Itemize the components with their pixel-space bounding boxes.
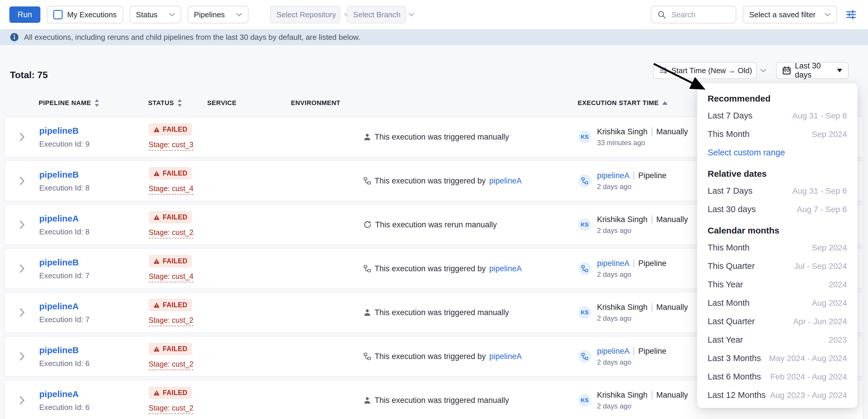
search-box[interactable] [651, 6, 736, 23]
failed-stage-link[interactable]: Stage: cust_4 [149, 184, 193, 195]
search-input[interactable] [670, 10, 730, 20]
failed-stage-link[interactable]: Stage: cust_4 [149, 272, 193, 282]
warning-triangle-icon [153, 258, 160, 264]
date-menu-item-range: Aug 31 - Sep 6 [792, 186, 847, 196]
date-menu-item[interactable]: Last Year 2023 [697, 331, 858, 349]
pipeline-name-link[interactable]: pipelineB [39, 170, 79, 180]
starter-name: Krishika Singh [597, 391, 648, 400]
warning-triangle-icon [153, 390, 160, 396]
trigger-pipeline-link[interactable]: pipelineA [489, 176, 522, 186]
status-badge: FAILED [149, 123, 192, 136]
date-menu-section: Calendar months This Month Sep 2024 This… [697, 219, 858, 405]
failed-stage-link[interactable]: Stage: cust_2 [149, 360, 193, 370]
time-ago: 2 days ago [597, 270, 666, 279]
starter-name: Krishika Singh [597, 215, 648, 224]
pipeline-trigger-icon [364, 265, 371, 272]
date-menu-item[interactable]: Last 30 days Aug 7 - Sep 6 [697, 200, 858, 219]
column-header-pipeline-name[interactable]: PIPELINE NAME [39, 99, 148, 107]
avatar-pipeline-icon [581, 177, 588, 184]
trigger-text: This execution was triggered manually [375, 396, 509, 405]
pipeline-name-link[interactable]: pipelineB [39, 257, 79, 267]
date-menu-item[interactable]: This Quarter Jul - Sep 2024 [697, 257, 858, 275]
my-executions-toggle[interactable]: My Executions [47, 6, 123, 23]
failed-stage-link[interactable]: Stage: cust_2 [149, 404, 193, 414]
avatar: KS [578, 394, 591, 407]
select-branch-dropdown[interactable]: Select Branch [347, 6, 406, 23]
avatar-initials: KS [581, 134, 589, 140]
status-badge: FAILED [149, 211, 192, 224]
avatar [578, 350, 591, 363]
date-menu-item[interactable]: Select custom range [697, 143, 858, 162]
user-icon [364, 133, 371, 141]
filter-settings-button[interactable] [843, 7, 859, 22]
date-menu-item[interactable]: Last 7 Days Aug 31 - Sep 6 [697, 182, 858, 200]
starter-name: Krishika Singh [597, 127, 648, 136]
starter-type: Pipeline [638, 347, 666, 356]
date-menu-section: Recommended Last 7 Days Aug 31 - Sep 6 T… [697, 87, 858, 162]
pipeline-name-cell: pipelineB Execution Id: 9 [39, 125, 149, 149]
starter-name: pipelineA [597, 347, 629, 356]
failed-stage-link[interactable]: Stage: cust_2 [149, 316, 193, 326]
calendar-icon [782, 66, 791, 75]
status-text: FAILED [163, 169, 187, 177]
time-ago: 2 days ago [597, 226, 688, 235]
date-menu-item-range: Sep 2024 [812, 130, 847, 139]
date-menu-item-range: Aug 2023 - Aug 2024 [770, 391, 847, 400]
pipeline-name-link[interactable]: pipelineB [39, 345, 79, 355]
expand-row-button[interactable] [5, 133, 39, 141]
date-menu-item[interactable]: Last Quarter Apr - Jun 2024 [697, 312, 858, 331]
failed-stage-link[interactable]: Stage: cust_2 [149, 228, 193, 238]
column-header-status[interactable]: STATUS [148, 99, 207, 107]
sort-both-icon[interactable] [95, 99, 99, 107]
expand-row-button[interactable] [5, 264, 39, 273]
expand-row-button[interactable] [5, 176, 39, 185]
chevron-right-icon [20, 352, 25, 361]
pipeline-name-link[interactable]: pipelineA [39, 301, 79, 311]
trigger-info-cell: This execution was triggered manually [348, 133, 562, 141]
avatar [578, 262, 591, 275]
my-executions-checkbox[interactable] [53, 10, 63, 19]
sort-dropdown[interactable]: Start Time (New → Old) [653, 62, 757, 79]
sort-both-icon[interactable] [177, 99, 182, 107]
status-text: FAILED [163, 257, 187, 265]
starter-type: Manually [656, 127, 688, 136]
failed-stage-link[interactable]: Stage: cust_3 [149, 140, 193, 151]
separator [652, 391, 652, 399]
user-icon [364, 309, 371, 316]
pipeline-name-cell: pipelineA Execution Id: 6 [39, 389, 149, 412]
execution-id: Execution Id: 7 [39, 315, 149, 324]
pipeline-name-link[interactable]: pipelineA [39, 214, 79, 224]
date-menu-item[interactable]: Last 6 Months Feb 2024 - Aug 2024 [697, 367, 858, 386]
run-button[interactable]: Run [9, 6, 40, 23]
select-repository-dropdown[interactable]: Select Repository [270, 6, 340, 23]
search-icon [657, 10, 666, 19]
saved-filter-dropdown[interactable]: Select a saved filter [743, 6, 837, 23]
date-menu-item[interactable]: This Month Sep 2024 [697, 238, 858, 257]
date-menu-item-label: Last Year [708, 335, 743, 345]
status-filter-dropdown[interactable]: Status [130, 6, 181, 23]
trigger-pipeline-link[interactable]: pipelineA [489, 352, 522, 361]
pipeline-name-link[interactable]: pipelineA [39, 389, 79, 399]
time-ago: 33 minutes ago [597, 139, 688, 147]
expand-row-button[interactable] [5, 352, 39, 361]
date-menu-item[interactable]: Last Month Aug 2024 [697, 294, 858, 312]
sort-asc-icon [662, 101, 668, 105]
expand-row-button[interactable] [5, 220, 39, 229]
date-menu-item-range: Sep 2024 [812, 243, 847, 253]
expand-row-button[interactable] [5, 396, 39, 405]
separator [652, 128, 652, 136]
expand-row-button[interactable] [5, 308, 39, 317]
pipeline-name-link[interactable]: pipelineB [39, 126, 79, 136]
pipeline-trigger-icon [364, 177, 371, 185]
date-menu-section: Relative dates Last 7 Days Aug 31 - Sep … [697, 162, 858, 219]
date-menu-item[interactable]: Last 12 Months Aug 2023 - Aug 2024 [697, 386, 858, 405]
date-menu-item[interactable]: Last 7 Days Aug 31 - Sep 6 [697, 106, 858, 125]
date-menu-item-range: Aug 7 - Sep 6 [797, 205, 847, 214]
pipelines-filter-dropdown[interactable]: Pipelines [188, 6, 248, 23]
trigger-pipeline-link[interactable]: pipelineA [489, 264, 522, 273]
chevron-right-icon [20, 264, 25, 273]
date-menu-item[interactable]: Last 3 Months May 2024 - Aug 2024 [697, 349, 858, 367]
date-range-button[interactable]: Last 30 days [776, 62, 849, 79]
date-menu-item[interactable]: This Month Sep 2024 [697, 125, 858, 143]
date-menu-item[interactable]: This Year 2024 [697, 275, 858, 294]
